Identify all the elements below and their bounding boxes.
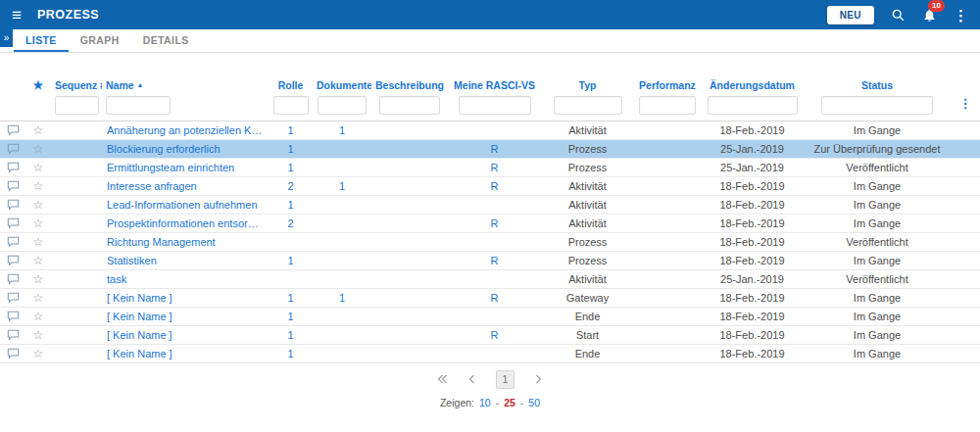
favorite-column-header[interactable]: ★ [25,76,51,94]
cell-name-link[interactable]: Annäherung an potenziellen Kunden [102,120,269,139]
cell-rasci[interactable] [448,344,541,362]
cell-rolle[interactable]: 1 [269,344,313,362]
table-row[interactable]: ☆ [ Kein Name ] 1 Ende 18-Feb.-2019 Im G… [0,307,980,325]
first-page-button[interactable] [435,372,449,386]
table-row[interactable]: ☆ Blockierung erforderlich 1 R Prozess 2… [0,139,980,158]
cell-rolle[interactable]: 1 [269,195,313,214]
next-page-button[interactable] [531,372,545,386]
cell-rasci[interactable]: R [448,251,541,269]
star-icon[interactable]: ☆ [33,161,44,174]
star-icon[interactable]: ☆ [33,291,44,305]
page-size-50[interactable]: 50 [528,397,540,408]
cell-rasci[interactable]: R [448,214,541,232]
cell-dokumente[interactable] [313,307,371,325]
comment-icon[interactable] [7,236,20,248]
cell-rasci[interactable] [448,195,541,214]
cell-dokumente[interactable] [313,269,371,288]
star-icon[interactable]: ☆ [33,179,44,193]
column-header-status[interactable]: Status [804,76,951,94]
filter-input-beschreibung[interactable] [379,96,440,115]
cell-rasci[interactable]: R [448,288,541,307]
cell-rasci[interactable] [448,269,541,288]
filter-input-performanz[interactable] [639,96,696,115]
comment-icon[interactable] [7,255,20,266]
table-row[interactable]: ☆ Richtung Management Prozess 18-Feb.-20… [0,232,980,251]
cell-name-link[interactable]: Lead-Informationen aufnehmen [102,195,269,214]
comment-icon[interactable] [7,180,20,192]
cell-rasci[interactable] [448,307,541,325]
star-icon[interactable]: ☆ [33,272,44,286]
hamburger-menu-icon[interactable]: ≡ [12,7,22,24]
cell-rolle[interactable]: 1 [269,307,313,325]
filter-input-typ[interactable] [554,96,622,115]
previous-page-button[interactable] [466,372,479,386]
cell-name-link[interactable]: Richtung Management [102,232,269,251]
cell-dokumente[interactable] [313,139,371,158]
filter-input-rolle[interactable] [273,96,309,115]
cell-rolle[interactable]: 1 [269,139,313,158]
cell-rasci[interactable]: R [448,158,541,176]
star-icon[interactable]: ☆ [33,328,44,342]
star-icon[interactable]: ☆ [33,310,44,323]
cell-rasci[interactable]: R [448,176,541,195]
filter-input-status[interactable] [821,96,933,115]
cell-rolle[interactable]: 1 [269,288,313,307]
filter-input-name[interactable] [106,96,171,115]
comment-icon[interactable] [7,143,20,155]
new-button[interactable]: NEU [827,6,874,24]
filter-input-aenderungsdatum[interactable] [708,96,798,115]
current-page-button[interactable]: 1 [496,370,514,389]
star-icon[interactable]: ☆ [33,254,44,267]
page-size-25[interactable]: 25 [504,397,515,408]
column-header-sequenz[interactable]: Sequenz # [51,76,102,94]
cell-name-link[interactable]: [ Kein Name ] [102,307,269,325]
filter-input-sequenz[interactable] [55,96,99,115]
search-icon[interactable] [891,8,906,23]
star-icon[interactable]: ☆ [33,123,44,137]
cell-dokumente[interactable] [313,344,371,362]
star-icon[interactable]: ☆ [33,347,44,360]
sidebar-expand-icon[interactable]: » [0,29,13,47]
comment-icon[interactable] [7,217,20,229]
cell-rolle[interactable] [269,269,313,288]
cell-name-link[interactable]: [ Kein Name ] [102,325,269,344]
table-row[interactable]: ☆ task Aktivität 25-Jan.-2019 Veröffentl… [0,269,980,288]
star-filled-icon[interactable]: ★ [33,78,44,92]
column-header-beschreibung[interactable]: Beschreibung [371,76,448,94]
table-row[interactable]: ☆ Statistiken 1 R Prozess 18-Feb.-2019 I… [0,251,980,269]
column-header-rolle[interactable]: Rolle [269,76,313,94]
comment-icon[interactable] [7,199,20,211]
page-size-10[interactable]: 10 [479,397,491,408]
star-icon[interactable]: ☆ [33,198,44,212]
cell-rolle[interactable] [269,232,313,251]
cell-rolle[interactable]: 2 [269,176,313,195]
tab-graph[interactable]: GRAPH [69,29,131,52]
cell-dokumente[interactable] [313,158,371,176]
column-header-rasci[interactable]: Meine RASCI-VS [448,76,541,94]
star-icon[interactable]: ☆ [33,235,44,249]
comment-icon[interactable] [7,292,20,304]
cell-dokumente[interactable] [313,232,371,251]
cell-dokumente[interactable]: 1 [313,120,371,139]
column-header-name[interactable]: Name ▲ [102,76,269,94]
table-row[interactable]: ☆ [ Kein Name ] 1 R Start 18-Feb.-2019 I… [0,325,980,344]
cell-dokumente[interactable] [313,195,371,214]
comment-icon[interactable] [7,162,20,173]
cell-name-link[interactable]: [ Kein Name ] [102,344,269,362]
table-row[interactable]: ☆ Prospektinformationen entsorgen 2 R Ak… [0,214,980,232]
comment-icon[interactable] [7,348,20,360]
comment-icon[interactable] [7,311,20,322]
cell-rolle[interactable]: 1 [269,120,313,139]
column-header-aenderungsdatum[interactable]: Änderungsdatum [701,76,804,94]
comment-icon[interactable] [7,273,20,285]
cell-rasci[interactable]: R [448,325,541,344]
cell-name-link[interactable]: Blockierung erforderlich [102,139,269,158]
column-settings-icon[interactable]: ⋮ [959,96,972,111]
cell-dokumente[interactable] [313,251,371,269]
cell-rolle[interactable]: 1 [269,158,313,176]
tab-liste[interactable]: LISTE [14,29,69,52]
notifications-bell-icon[interactable]: 10 [922,8,937,23]
cell-name-link[interactable]: Interesse anfragen [102,176,269,195]
table-row[interactable]: ☆ Annäherung an potenziellen Kunden 1 1 … [0,120,980,139]
tab-details[interactable]: DETAILS [131,29,201,52]
